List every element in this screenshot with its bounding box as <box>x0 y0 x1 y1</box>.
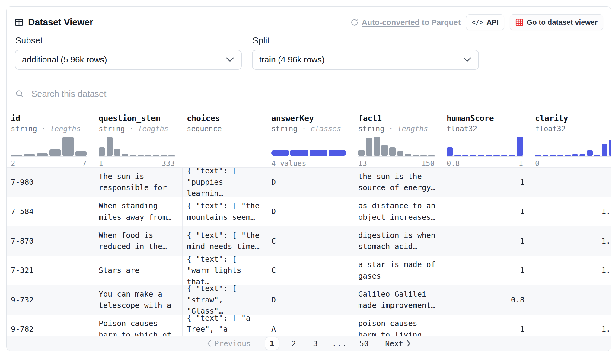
cell-fact1[interactable]: a star is made of gases <box>354 256 442 285</box>
cell-humanScore[interactable]: 0.8 <box>442 285 531 315</box>
split-select[interactable]: train (4.96k rows) <box>252 50 479 70</box>
column-dtype: string <box>11 125 37 133</box>
refresh-icon <box>350 18 359 27</box>
histogram-bar <box>447 147 453 156</box>
page-button-2[interactable]: 2 <box>287 337 301 350</box>
cell-answerKey[interactable]: C <box>267 226 354 256</box>
cell-value: 0.8 <box>511 294 524 306</box>
cell-choices[interactable]: { "text": [ "the mountains seem… <box>183 197 267 226</box>
page-button-50[interactable]: 50 <box>357 337 371 350</box>
api-button[interactable]: </> API <box>466 14 504 30</box>
cell-fact1[interactable]: as distance to an object increases… <box>354 197 442 226</box>
cell-id[interactable]: 7-321 <box>7 256 94 285</box>
cell-id[interactable]: 7-584 <box>7 197 94 226</box>
cell-humanScore[interactable]: 1 <box>442 256 531 285</box>
histogram-bar <box>145 155 151 156</box>
page-button-3[interactable]: 3 <box>308 337 322 350</box>
cell-humanScore[interactable]: 1 <box>442 197 531 226</box>
auto-converted-link[interactable]: Auto-converted <box>362 18 419 27</box>
cell-choices[interactable]: { "text": [ "warm lights that… <box>183 256 267 285</box>
cell-choices[interactable]: { "text": [ "straw", "Glass"… <box>183 285 267 315</box>
histogram-bar <box>493 155 500 156</box>
auto-converted-rest: to Parquet <box>420 18 461 27</box>
cell-question_stem[interactable]: When standing miles away from… <box>94 197 183 226</box>
cell-fact1[interactable]: the sun is the source of energy… <box>354 168 442 197</box>
column-dtype-extra: lengths <box>50 125 81 133</box>
previous-page-button[interactable]: Previous <box>205 339 253 348</box>
cell-question_stem[interactable]: Stars are <box>94 256 183 285</box>
column-header-fact1[interactable]: fact1string · lengths13150 <box>354 107 442 167</box>
cell-value: 1. <box>601 265 610 276</box>
cell-answerKey[interactable]: D <box>267 285 354 315</box>
dtype-separator: · <box>37 125 50 133</box>
column-header-id[interactable]: idstring · lengths27 <box>7 107 94 167</box>
cell-value: 1. <box>601 324 610 335</box>
cell-id[interactable]: 7-980 <box>7 168 94 197</box>
histogram-bar <box>550 155 556 156</box>
cell-question_stem[interactable]: The sun is responsible for <box>94 168 183 197</box>
column-header-answerKey[interactable]: answerKeystring · classes4 values <box>267 107 354 167</box>
histogram-max-label: 333 <box>162 159 175 168</box>
histogram-baseline <box>187 156 259 157</box>
histogram-bar <box>75 151 87 156</box>
histogram-question_stem: 1333 <box>99 137 175 168</box>
page-button-1[interactable]: 1 <box>265 337 279 350</box>
cell-question_stem[interactable]: You can make a telescope with a <box>94 285 183 315</box>
cell-clarity[interactable] <box>531 285 611 315</box>
histogram-bars <box>187 137 259 156</box>
auto-converted-note[interactable]: Auto-converted to Parquet <box>350 18 461 27</box>
subset-label: Subset <box>15 36 242 46</box>
cell-value: { "text": [ "warm lights that… <box>187 254 263 288</box>
histogram-bar <box>587 150 593 156</box>
cell-humanScore[interactable]: 1 <box>442 226 531 256</box>
cell-choices[interactable]: { "text": [ "puppies learnin… <box>183 168 267 197</box>
cell-value: 1 <box>520 265 524 276</box>
histogram-baseline <box>99 156 175 157</box>
cell-value: 7-870 <box>11 235 33 247</box>
histogram-clarity: 0 <box>535 137 611 168</box>
cell-fact1[interactable]: Galileo Galilei made improvement… <box>354 285 442 315</box>
search-input[interactable] <box>31 89 603 99</box>
cell-value: 7-584 <box>11 206 33 217</box>
column-header-humanScore[interactable]: humanScorefloat320.81 <box>442 107 531 167</box>
histogram-bars <box>535 137 611 156</box>
cell-clarity[interactable] <box>531 168 611 197</box>
cell-clarity[interactable]: 1. <box>531 256 611 285</box>
histogram-humanScore: 0.81 <box>447 137 523 168</box>
cell-choices[interactable]: { "text": [ "the mind needs time… <box>183 226 267 256</box>
histogram-bar <box>565 155 571 156</box>
cell-clarity[interactable]: 1. <box>531 226 611 256</box>
cell-clarity[interactable]: 1. <box>531 197 611 226</box>
cell-id[interactable]: 9-732 <box>7 285 94 315</box>
column-dtype: string <box>99 125 125 133</box>
cell-fact1[interactable]: digestion is when stomach acid… <box>354 226 442 256</box>
column-name: question_stem <box>99 114 183 123</box>
histogram-min-label: 2 <box>11 159 15 168</box>
next-page-button[interactable]: Next <box>383 339 413 348</box>
cell-value: 1 <box>520 206 524 217</box>
column-type: string · lengths <box>358 125 442 133</box>
histogram-bars <box>447 137 523 156</box>
cell-answerKey[interactable]: C <box>267 256 354 285</box>
histogram-bar <box>130 155 136 156</box>
column-header-question_stem[interactable]: question_stemstring · lengths1333 <box>94 107 183 167</box>
goto-dataset-viewer-button[interactable]: Go to dataset viewer <box>510 14 603 30</box>
histogram-bar <box>161 155 167 156</box>
cell-answerKey[interactable]: D <box>267 197 354 226</box>
column-header-choices[interactable]: choicessequence <box>183 107 267 167</box>
cell-answerKey[interactable]: D <box>267 168 354 197</box>
page-title: Dataset Viewer <box>28 17 93 28</box>
cell-id[interactable]: 7-870 <box>7 226 94 256</box>
subset-select[interactable]: additional (5.96k rows) <box>15 50 242 70</box>
histogram-bar <box>381 145 388 156</box>
cell-humanScore[interactable]: 1 <box>442 168 531 197</box>
column-header-clarity[interactable]: clarityfloat320 <box>531 107 611 167</box>
cell-value: 1 <box>520 324 524 335</box>
cell-question_stem[interactable]: When food is reduced in the… <box>94 226 183 256</box>
code-icon: </> <box>472 19 483 26</box>
column-type: string · lengths <box>99 125 183 133</box>
cell-value: { "text": [ "straw", "Glass"… <box>187 283 263 317</box>
table-row: 7-870When food is reduced in the…{ "text… <box>7 226 611 256</box>
dtype-separator: · <box>298 125 311 133</box>
header-actions: Auto-converted to Parquet </> API Go to … <box>350 14 603 30</box>
